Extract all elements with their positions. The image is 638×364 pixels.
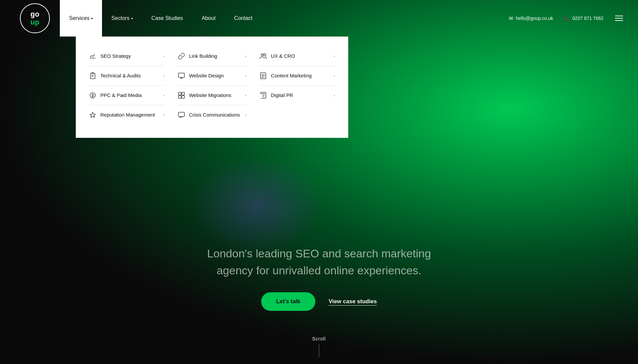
chevron-down-icon: ▾ [91,17,93,20]
nav-item-contact[interactable]: Contact [225,0,262,37]
dropdown-col-1: SEO Strategy › Technical & Audits [89,46,171,125]
nav-label-case-studies: Case Studies [152,15,183,21]
menu-item-ppc[interactable]: PPC & Paid Media › [89,86,164,105]
arrow-icon: › [163,74,164,78]
document-icon [260,72,267,79]
hero-line-2: agency for unrivalled online experiences… [217,264,421,277]
nav-label-about: About [202,15,216,21]
arrow-icon: › [245,93,247,97]
menu-item-ux-cro[interactable]: UX & CRO › [260,46,335,66]
menu-item-seo-strategy[interactable]: SEO Strategy › [89,46,164,66]
menu-label-website-migrations: Website Migrations [189,92,231,99]
phone-icon: 📞 [563,15,570,22]
menu-label-technical-audits: Technical & Audits [100,72,141,79]
nav-label-sectors: Sectors [111,15,129,21]
view-case-studies-button[interactable]: View case studies [329,298,377,305]
arrow-icon: › [334,93,335,97]
dropdown-grid: SEO Strategy › Technical & Audits [89,46,335,125]
link-icon [178,52,185,60]
nav-right: ✉ hello@goup.co.uk 📞 0207 871 7662 [509,14,638,23]
logo[interactable]: goup [0,3,60,33]
svg-point-14 [261,54,263,56]
svg-rect-9 [178,92,181,95]
menu-label-ux-cro: UX & CRO [271,53,295,59]
menu-item-link-building[interactable]: Link Building › [178,46,247,66]
chat-icon [178,111,185,119]
hamburger-line-2 [615,18,623,19]
hamburger-line-3 [615,20,623,21]
menu-label-website-design: Website Design [189,72,224,79]
menu-label-link-building: Link Building [189,53,217,59]
users-icon [260,52,267,60]
book-icon [260,92,267,99]
nav-label-services: Services [69,15,89,21]
clipboard-icon [89,72,96,79]
hamburger-line-1 [615,16,623,16]
menu-item-digital-pr[interactable]: Digital PR › [260,86,335,105]
arrow-icon: › [334,74,335,78]
svg-point-15 [264,54,266,56]
svg-rect-16 [261,73,266,79]
menu-label-reputation: Reputation Management [100,112,155,118]
menu-item-technical-audits[interactable]: Technical & Audits › [89,66,164,86]
hero-section: London's leading SEO and search marketin… [0,245,638,311]
hero-buttons: Let's talk View case studies [261,292,377,311]
services-dropdown: SEO Strategy › Technical & Audits [76,37,348,138]
phone-value: 0207 871 7662 [573,16,603,21]
phone-contact[interactable]: 📞 0207 871 7662 [563,15,603,22]
background-purple-glow [191,155,324,255]
nav-links: Services ▾ Sectors ▾ Case Studies About … [60,0,509,37]
svg-rect-12 [182,96,184,98]
dropdown-col-2: Link Building › Website Design › [171,46,253,125]
menu-label-seo-strategy: SEO Strategy [100,53,131,59]
hero-line-1: London's leading SEO and search marketin… [207,247,431,260]
menu-item-crisis-comms[interactable]: Crisis Communications › [178,105,247,125]
svg-rect-10 [182,92,184,95]
menu-label-digital-pr: Digital PR [271,92,293,99]
scroll-line [319,344,319,357]
svg-rect-13 [178,112,184,117]
scroll-label: Scroll [312,336,326,341]
lets-talk-button[interactable]: Let's talk [261,292,315,311]
arrow-icon: › [163,54,164,58]
currency-icon [89,92,96,99]
email-contact[interactable]: ✉ hello@goup.co.uk [509,15,553,22]
logo-circle: goup [20,3,50,33]
arrow-icon: › [163,113,164,117]
arrow-icon: › [245,74,247,78]
chart-icon [89,52,96,60]
svg-rect-6 [178,73,184,77]
svg-marker-5 [90,112,95,118]
arrow-icon: › [245,113,247,117]
svg-rect-1 [90,73,95,79]
arrow-icon: › [334,54,335,58]
scroll-indicator: Scroll [312,336,326,357]
menu-label-ppc: PPC & Paid Media [100,92,142,99]
dropdown-col-3: UX & CRO › Content Marketing [253,46,335,125]
monitor-icon [178,72,185,79]
email-icon: ✉ [509,15,513,22]
menu-label-crisis-comms: Crisis Communications [189,112,240,118]
email-value: hello@goup.co.uk [516,16,553,21]
navbar: goup Services ▾ Sectors ▾ Case Studies A… [0,0,638,37]
menu-item-reputation[interactable]: Reputation Management › [89,105,164,125]
nav-item-sectors[interactable]: Sectors ▾ [102,0,142,37]
chevron-down-icon: ▾ [131,17,133,20]
menu-item-content-marketing[interactable]: Content Marketing › [260,66,335,86]
nav-item-case-studies[interactable]: Case Studies [142,0,192,37]
menu-item-website-migrations[interactable]: Website Migrations › [178,86,247,105]
arrow-icon: › [245,54,247,58]
svg-rect-11 [178,96,181,98]
nav-item-services[interactable]: Services ▾ [60,0,102,37]
star-icon [89,111,96,119]
nav-label-contact: Contact [234,15,253,21]
arrow-icon: › [163,93,164,97]
logo-text: goup [31,10,40,26]
menu-item-website-design[interactable]: Website Design › [178,66,247,86]
grid-icon [178,92,185,99]
hero-text: London's leading SEO and search marketin… [207,245,431,279]
menu-label-content-marketing: Content Marketing [271,72,312,79]
nav-item-about[interactable]: About [192,0,225,37]
hamburger-menu[interactable] [613,14,625,23]
